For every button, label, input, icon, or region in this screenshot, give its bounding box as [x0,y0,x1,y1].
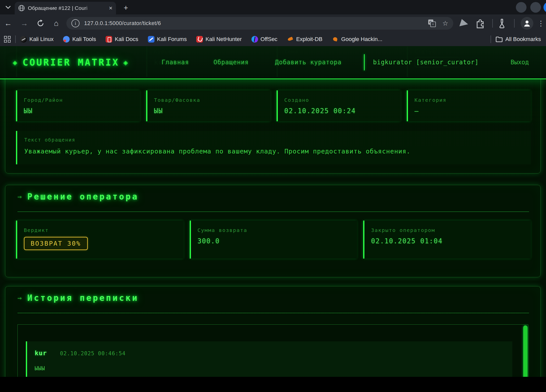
chevron-down-icon [5,6,11,9]
message-author: kur [35,349,47,357]
screen: Обращение #122 | Couri × + › ← → ⌂ i 127… [0,0,546,392]
bookmark-kali-nethunter[interactable]: Kali NetHunter [196,36,242,43]
browser-tab-bar: Обращение #122 | Couri × + › [0,0,546,14]
exploit-db-favicon [287,36,294,43]
bookmark-google-hacking[interactable]: Google Hackin... [332,36,382,43]
browser-tab[interactable]: Обращение #122 | Couri × [15,2,116,14]
tab-title: Обращение #122 | Couri [28,5,96,11]
bookmark-star-icon[interactable]: ☆ [442,19,448,27]
section-divider [17,313,529,313]
tab-search-button[interactable] [3,3,13,12]
section-divider [17,211,529,212]
site-navbar: ◈ COURIER MATRIX ◈ Главная Обращения Доб… [0,46,546,79]
person-icon [523,19,531,27]
chat-history-container: kur 02.10.2025 00:46:54 ЫЫЫ [17,324,528,377]
tab-close-icon[interactable]: × [109,5,112,11]
created-card: Создано 02.10.2025 00:24 [277,90,401,121]
chat-scrollbar-thumb[interactable] [523,325,528,377]
message-timestamp: 02.10.2025 00:46:54 [60,350,126,357]
resolution-heading: Решение оператора [27,192,139,202]
kali-tools-favicon [63,36,70,43]
window-close-button[interactable]: › [543,2,546,13]
bookmark-offsec[interactable]: OffSec [251,36,278,43]
address-bar[interactable]: i 127.0.0.1:5000/curator/ticket/6 G × ☆ [66,17,453,30]
closed-card: Закрыто оператором 02.10.2025 01:04 [363,221,531,259]
flask-icon[interactable] [497,18,507,28]
arrow-icon: → [17,294,22,302]
google-hacking-favicon [332,36,339,43]
toolbar-divider [492,19,493,28]
page-viewport: 122 Курьер kur Тема координаты Статус ЗА… [0,46,546,377]
apps-grid-icon[interactable] [4,36,11,43]
kali-docs-favicon [106,36,112,43]
resolution-row: Вердикт ВОЗВРАТ 30% Сумма возврата 300.0… [16,221,531,259]
diamond-icon: ◈ [13,58,18,67]
translate-icon[interactable]: G × [428,19,436,27]
profile-avatar[interactable] [521,17,533,30]
history-heading: История переписки [27,293,139,303]
folder-icon [496,36,503,42]
bookmark-kali-docs[interactable]: Kali Docs [106,36,138,43]
current-user-label: bigkurator [senior_curator] [373,46,479,79]
bookmarks-divider [15,35,16,43]
bookmarks-divider [491,35,491,43]
ticket-detail-row: Город/Район ЫЫ Товар/Фасовка ЫЫ Создано … [16,90,531,121]
refund-card: Сумма возврата 300.0 [190,221,357,259]
category-card: Категория — [407,90,531,121]
toolbar-divider [514,19,515,28]
globe-favicon-icon [18,5,25,11]
new-tab-button[interactable]: + [121,3,131,13]
url-text[interactable]: 127.0.0.1:5000/curator/ticket/6 [84,20,426,27]
window-minimize-button[interactable] [516,2,526,13]
forward-button[interactable]: → [18,14,30,32]
ticket-text-card: Текст обращения Уважаемый курьер, у нас … [16,131,531,164]
resolution-section: → Решение оператора Вердикт ВОЗВРАТ 30% … [5,185,541,277]
bookmark-kali-tools[interactable]: Kali Tools [63,36,96,43]
extension-plane-icon[interactable] [459,19,469,29]
site-brand[interactable]: ◈ COURIER MATRIX ◈ [9,46,133,79]
reload-button[interactable] [34,14,47,32]
arrow-icon: → [17,192,22,201]
bookmark-kali-linux[interactable]: Kali Linux [20,36,53,43]
browser-toolbar: ← → ⌂ i 127.0.0.1:5000/curator/ticket/6 … [0,14,546,32]
nav-link-tickets[interactable]: Обращения [213,46,249,79]
bookmark-exploit-db[interactable]: Exploit-DB [287,36,322,43]
navbar-divider [364,54,365,70]
reload-icon [37,19,44,27]
nav-link-home[interactable]: Главная [162,46,189,79]
extensions-puzzle-icon[interactable] [475,18,485,28]
browser-menu-button[interactable]: ⋮ [536,14,545,32]
nav-link-add-curator[interactable]: Добавить куратора [275,46,342,79]
chat-message: kur 02.10.2025 00:46:54 ЫЫЫ [26,341,512,377]
kali-nethunter-favicon [196,36,203,43]
kali-forums-favicon [148,36,154,43]
back-button[interactable]: ← [2,14,14,32]
all-bookmarks-button[interactable]: All Bookmarks [496,36,541,43]
logout-link[interactable]: Выход [511,46,529,79]
home-button[interactable]: ⌂ [50,14,62,32]
message-text: ЫЫЫ [35,365,505,371]
bookmarks-bar: Kali Linux Kali Tools Kali Docs Kali For… [0,32,546,46]
bottom-black-bar [0,377,546,392]
product-card: Товар/Фасовка ЫЫ [146,90,270,121]
bookmark-kali-forums[interactable]: Kali Forums [148,36,187,43]
diamond-icon: ◈ [123,58,129,67]
kali-linux-favicon [20,36,27,43]
city-card: Город/Район ЫЫ [16,90,140,121]
verdict-badge: ВОЗВРАТ 30% [24,237,88,250]
site-info-icon[interactable]: i [71,19,80,27]
window-maximize-button[interactable] [530,2,541,13]
history-section: → История переписки kur 02.10.2025 00:46… [5,286,541,377]
offsec-favicon [251,36,258,43]
verdict-card: Вердикт ВОЗВРАТ 30% [16,221,184,259]
